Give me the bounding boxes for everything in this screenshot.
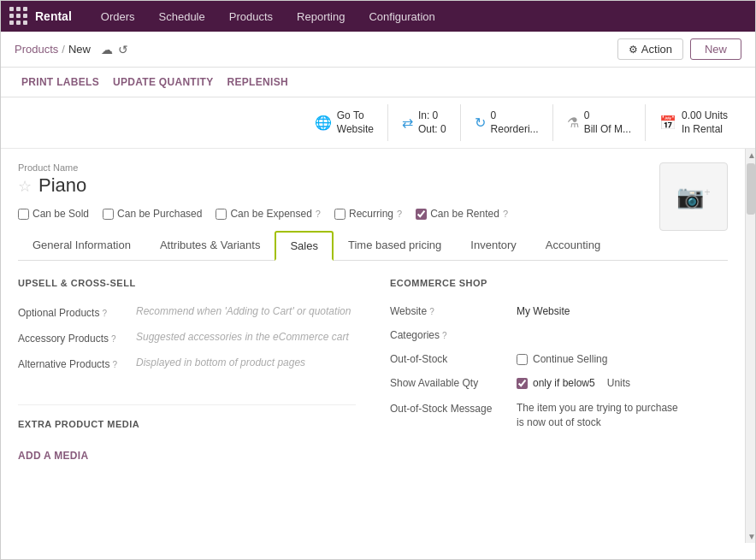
out-of-stock-row: Out-of-Stock Continue Selling <box>390 353 728 365</box>
bom-icon: ⚗ <box>567 115 579 131</box>
alternative-products-label: Alternative Products ? <box>18 357 129 370</box>
stat-in-out[interactable]: ⇄ In: 0 Out: 0 <box>387 104 460 141</box>
accessory-products-label: Accessory Products ? <box>18 331 129 345</box>
scrollbar[interactable]: ▲ ▼ <box>745 149 755 543</box>
can-be-expensed-label: Can be Expensed <box>230 208 311 220</box>
update-quantity-btn[interactable]: UPDATE QUANTITY <box>106 73 221 91</box>
alternative-products-row: Alternative Products ? Displayed in bott… <box>18 357 356 370</box>
rental-icon: 📅 <box>659 115 676 131</box>
scroll-down-arrow[interactable]: ▼ <box>746 530 755 543</box>
header-actions: ⚙ Action New <box>617 38 741 60</box>
continue-selling-label: Continue Selling <box>533 353 607 365</box>
can-be-purchased-input[interactable] <box>103 209 114 220</box>
can-be-sold-label: Can be Sold <box>32 208 89 220</box>
nav-reporting[interactable]: Reporting <box>285 5 357 28</box>
tab-time-based-pricing[interactable]: Time based pricing <box>334 231 456 261</box>
top-action-bar: PRINT LABELS UPDATE QUANTITY REPLENISH <box>1 68 755 97</box>
scrollbar-thumb[interactable] <box>747 163 755 215</box>
website-label: Website ? <box>390 305 510 317</box>
product-image-placeholder[interactable]: 📷+ <box>659 162 728 231</box>
arrows-icon: ⇄ <box>402 115 413 131</box>
stat-in-rental[interactable]: 📅 0.00 Units In Rental <box>645 104 741 141</box>
stat-bom-text: 0 Bill Of M... <box>584 109 631 136</box>
tab-attributes-variants[interactable]: Attributes & Variants <box>145 231 275 261</box>
ecommerce-section: ECOMMERCE SHOP Website ? My Website Cate… <box>390 278 728 465</box>
out-of-stock-message-value[interactable]: The item you are trying to purchase is n… <box>517 401 688 430</box>
cloud-icon[interactable]: ☁ <box>101 43 113 56</box>
product-name-input[interactable] <box>38 174 646 197</box>
rented-question-icon[interactable]: ? <box>503 209 508 219</box>
breadcrumb-icons: ☁ ↺ <box>101 43 128 56</box>
can-be-purchased-checkbox[interactable]: Can be Purchased <box>103 208 202 220</box>
stat-in-out-text: In: 0 Out: 0 <box>418 109 446 136</box>
recurring-question-icon[interactable]: ? <box>397 209 402 219</box>
action-label: Action <box>641 43 672 56</box>
refresh-icon[interactable]: ↺ <box>118 43 128 56</box>
recurring-input[interactable] <box>334 209 346 220</box>
stat-reorder-text: 0 Reorderi... <box>491 109 539 136</box>
alternative-products-question-icon[interactable]: ? <box>112 360 117 369</box>
checkboxes-row: Can be Sold Can be Purchased Can be Expe… <box>18 208 646 220</box>
categories-row: Categories ? <box>390 329 728 341</box>
out-of-stock-message-label: Out-of-Stock Message <box>390 401 510 415</box>
extra-media-section: EXTRA PRODUCT MEDIA ADD A MEDIA <box>18 404 356 465</box>
can-be-sold-checkbox[interactable]: Can be Sold <box>18 208 89 220</box>
tab-general-information[interactable]: General Information <box>18 231 145 261</box>
categories-label: Categories ? <box>390 329 510 341</box>
scroll-up-arrow[interactable]: ▲ <box>746 149 755 162</box>
tab-sales[interactable]: Sales <box>275 231 334 261</box>
nav-menu: Orders Schedule Products Reporting Confi… <box>89 5 447 28</box>
print-labels-btn[interactable]: PRINT LABELS <box>15 73 106 91</box>
nav-products[interactable]: Products <box>217 5 285 28</box>
nav-schedule[interactable]: Schedule <box>147 5 217 28</box>
tabs-bar: General Information Attributes & Variant… <box>18 231 728 261</box>
product-form: Product Name ☆ Can be Sold <box>1 149 745 261</box>
optional-products-value[interactable]: Recommend when 'Adding to Cart' or quota… <box>136 305 356 317</box>
out-of-stock-message-row: Out-of-Stock Message The item you are tr… <box>390 401 728 430</box>
stat-bom[interactable]: ⚗ 0 Bill Of M... <box>552 104 645 141</box>
show-available-qty-row: Show Available Qty only if below5 Units <box>390 377 728 389</box>
replenish-btn[interactable]: REPLENISH <box>221 73 295 91</box>
breadcrumb-parent[interactable]: Products <box>15 43 58 56</box>
new-button[interactable]: New <box>690 38 741 60</box>
stat-reorder[interactable]: ↻ 0 Reorderi... <box>460 104 552 141</box>
tab-content: UPSELL & CROSS-SELL Optional Products ? … <box>1 261 745 482</box>
can-be-sold-input[interactable] <box>18 209 29 220</box>
show-available-input[interactable] <box>517 378 528 389</box>
stat-go-to-website[interactable]: 🌐 Go To Website <box>301 104 387 141</box>
accessory-products-value[interactable]: Suggested accessories in the eCommerce c… <box>136 331 356 343</box>
show-available-value[interactable]: only if below5 <box>533 377 595 389</box>
breadcrumb-current: New <box>68 43 91 56</box>
stat-website-text: Go To Website <box>337 109 374 136</box>
can-be-rented-input[interactable] <box>416 209 427 220</box>
upsell-section-title: UPSELL & CROSS-SELL <box>18 278 356 292</box>
recurring-checkbox[interactable]: Recurring ? <box>334 208 402 220</box>
reorder-icon: ↻ <box>475 115 486 131</box>
action-button[interactable]: ⚙ Action <box>617 38 683 60</box>
optional-products-question-icon[interactable]: ? <box>102 309 107 318</box>
tab-accounting[interactable]: Accounting <box>531 231 615 261</box>
continue-selling-input[interactable] <box>517 354 528 365</box>
can-be-rented-checkbox[interactable]: Can be Rented ? <box>416 208 508 220</box>
expensed-question-icon[interactable]: ? <box>316 209 321 219</box>
app-name[interactable]: Rental <box>35 9 72 23</box>
nav-orders[interactable]: Orders <box>89 5 147 28</box>
product-name-row: ☆ <box>18 174 646 197</box>
can-be-expensed-checkbox[interactable]: Can be Expensed ? <box>216 208 321 220</box>
website-row: Website ? My Website <box>390 305 728 317</box>
product-name-label: Product Name <box>18 162 646 173</box>
can-be-expensed-input[interactable] <box>216 209 227 220</box>
accessory-products-question-icon[interactable]: ? <box>111 334 116 344</box>
alternative-products-value[interactable]: Displayed in bottom of product pages <box>136 357 356 368</box>
website-question-icon[interactable]: ? <box>429 307 434 316</box>
tab-inventory[interactable]: Inventory <box>456 231 530 261</box>
app-grid-icon[interactable] <box>9 7 28 26</box>
website-icon: 🌐 <box>315 115 332 131</box>
categories-question-icon[interactable]: ? <box>442 331 447 340</box>
website-value[interactable]: My Website <box>517 305 728 317</box>
add-media-button[interactable]: ADD A MEDIA <box>18 446 88 465</box>
show-available-qty-label: Show Available Qty <box>390 377 510 389</box>
continue-selling-checkbox[interactable]: Continue Selling <box>517 353 607 365</box>
favorite-star-icon[interactable]: ☆ <box>18 177 32 196</box>
nav-configuration[interactable]: Configuration <box>357 5 446 28</box>
